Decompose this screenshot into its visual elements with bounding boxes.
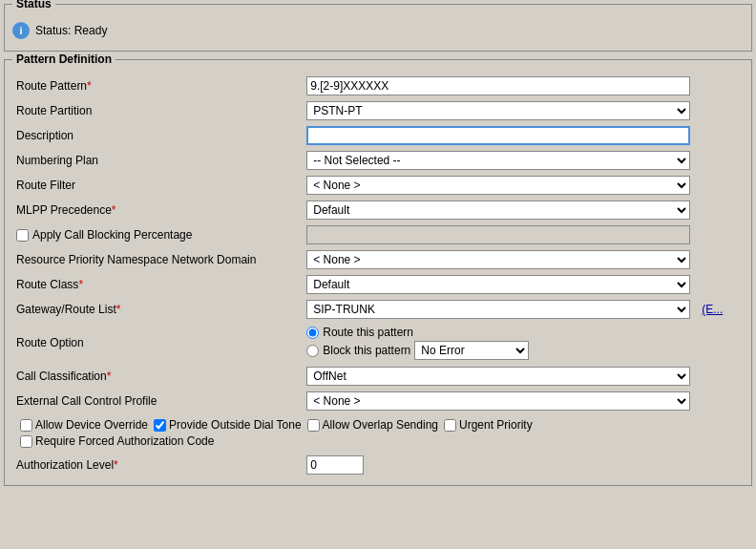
allow-overlap-sending-label: Allow Overlap Sending <box>307 418 438 432</box>
apply-call-blocking-disabled-input <box>306 225 690 244</box>
block-this-pattern-radio[interactable] <box>306 345 319 357</box>
numbering-plan-row: Numbering Plan -- Not Selected -- <box>12 148 744 173</box>
route-option-label: Route Option <box>12 322 303 364</box>
mlpp-precedence-row: MLPP Precedence* Default <box>12 198 744 222</box>
authorization-level-label: Authorization Level* <box>12 453 303 477</box>
block-this-pattern-label: Block this pattern <box>323 344 410 357</box>
route-this-pattern-row: Route this pattern <box>306 325 740 340</box>
description-row: Description <box>12 123 744 148</box>
status-text: Status: Ready <box>35 24 107 37</box>
block-error-select[interactable]: No Error <box>414 341 529 360</box>
urgent-priority-label: Urgent Priority <box>444 418 533 432</box>
route-class-row: Route Class* Default <box>12 272 744 297</box>
status-section-title: Status <box>12 0 55 11</box>
pattern-form-table: Route Pattern* Route Partition PSTN-PT <box>12 74 744 477</box>
route-partition-label: Route Partition <box>12 98 303 123</box>
info-icon: i <box>12 22 30 39</box>
apply-call-blocking-label: Apply Call Blocking Percentage <box>32 228 192 242</box>
call-classification-label: Call Classification* <box>12 364 303 389</box>
mlpp-precedence-select[interactable]: Default <box>306 201 690 220</box>
route-pattern-label: Route Pattern* <box>12 74 303 98</box>
route-partition-select[interactable]: PSTN-PT <box>306 101 690 120</box>
bottom-checkboxes: Allow Device Override Provide Outside Di… <box>16 416 740 433</box>
require-forced-auth-checkbox[interactable] <box>20 435 32 448</box>
allow-device-override-label: Allow Device Override <box>20 418 148 432</box>
page-wrapper: Status i Status: Ready Pattern Definitio… <box>0 0 756 549</box>
gateway-route-list-row: Gateway/Route List* SIP-TRUNK (E... <box>12 297 744 322</box>
route-this-pattern-radio[interactable] <box>306 327 319 339</box>
route-filter-select[interactable]: < None > <box>306 176 690 195</box>
allow-overlap-sending-checkbox[interactable] <box>307 419 320 432</box>
resource-priority-select[interactable]: < None > <box>306 250 690 269</box>
call-classification-row: Call Classification* OffNet <box>12 364 744 389</box>
external-call-control-label: External Call Control Profile <box>12 389 303 413</box>
route-this-pattern-label: Route this pattern <box>323 326 413 339</box>
route-pattern-input[interactable] <box>306 76 690 95</box>
bottom-checkboxes-row: Allow Device Override Provide Outside Di… <box>12 413 744 453</box>
route-option-row: Route Option Route this pattern Block th… <box>12 322 744 364</box>
authorization-level-row: Authorization Level* <box>12 453 744 477</box>
route-partition-row: Route Partition PSTN-PT <box>12 98 744 123</box>
authorization-level-input[interactable] <box>306 455 364 475</box>
numbering-plan-label: Numbering Plan <box>12 148 303 173</box>
route-class-select[interactable]: Default <box>306 275 690 294</box>
resource-priority-label: Resource Priority Namespace Network Doma… <box>12 247 303 272</box>
pattern-section-title: Pattern Definition <box>12 53 116 66</box>
urgent-priority-checkbox[interactable] <box>444 419 456 432</box>
route-pattern-row: Route Pattern* <box>12 74 744 98</box>
require-forced-auth-row: Require Forced Authorization Code <box>16 433 740 450</box>
description-input[interactable] <box>306 126 690 145</box>
status-section: Status i Status: Ready <box>4 4 752 52</box>
apply-call-blocking-checkbox[interactable] <box>16 229 29 242</box>
resource-priority-row: Resource Priority Namespace Network Doma… <box>12 247 744 272</box>
mlpp-precedence-label: MLPP Precedence* <box>12 198 303 222</box>
gateway-route-list-select[interactable]: SIP-TRUNK <box>306 300 690 319</box>
external-call-control-select[interactable]: < None > <box>306 391 690 411</box>
numbering-plan-select[interactable]: -- Not Selected -- <box>306 151 690 170</box>
description-label: Description <box>12 123 303 148</box>
gateway-route-list-label: Gateway/Route List* <box>12 297 303 322</box>
route-filter-row: Route Filter < None > <box>12 173 744 198</box>
provide-outside-dial-tone-label: Provide Outside Dial Tone <box>154 418 302 432</box>
require-forced-auth-label: Require Forced Authorization Code <box>20 434 214 448</box>
block-this-pattern-row: Block this pattern No Error <box>306 340 740 361</box>
call-classification-select[interactable]: OffNet <box>306 367 690 386</box>
apply-call-blocking-row: Apply Call Blocking Percentage <box>12 222 744 247</box>
pattern-definition-section: Pattern Definition Route Pattern* Route … <box>4 59 752 486</box>
allow-device-override-checkbox[interactable] <box>20 419 32 432</box>
provide-outside-dial-tone-checkbox[interactable] <box>154 419 166 432</box>
route-filter-label: Route Filter <box>12 173 303 198</box>
external-call-control-row: External Call Control Profile < None > <box>12 389 744 413</box>
gateway-edit-link[interactable]: (E... <box>702 303 723 316</box>
route-class-label: Route Class* <box>12 272 303 297</box>
status-row: i Status: Ready <box>12 18 744 43</box>
